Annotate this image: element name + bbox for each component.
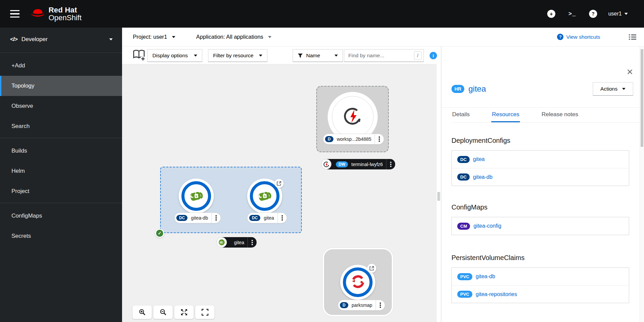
list-item[interactable]: DC gitea-db (452, 168, 629, 186)
gitea-db-node[interactable] (179, 179, 214, 214)
perspective-switcher[interactable]: </> Developer (0, 28, 122, 51)
gitea-node-label[interactable]: DC gitea (247, 213, 287, 223)
sidebar-item-configmaps[interactable]: ConfigMaps (0, 206, 122, 226)
sidebar-item-topology[interactable]: Topology (0, 76, 122, 96)
find-by-name-field: / (344, 49, 424, 62)
zoom-in-icon (139, 309, 146, 316)
kebab-menu-icon[interactable] (376, 300, 385, 310)
reset-view-button[interactable] (195, 305, 214, 319)
kebab-menu-icon[interactable] (386, 159, 395, 169)
resource-link[interactable]: gitea-db (473, 174, 493, 180)
help-icon[interactable]: ? (587, 8, 599, 20)
info-icon[interactable]: i (430, 52, 437, 59)
configmap-badge: CM (457, 223, 470, 230)
list-item[interactable]: DC gitea (452, 151, 629, 168)
find-by-name-input[interactable] (348, 53, 414, 59)
resource-link[interactable]: gitea (473, 156, 485, 162)
deploymentconfig-badge: DC (457, 173, 470, 181)
application-dropdown[interactable]: Application: All applications (196, 34, 271, 40)
zoom-out-button[interactable] (153, 305, 173, 319)
devworkspace-badge: DW (336, 161, 348, 167)
scrollbar-thumb[interactable] (641, 49, 643, 147)
kebab-menu-icon[interactable] (212, 213, 221, 223)
list-item[interactable]: PVC gitea-db (452, 268, 629, 285)
masthead: Red Hat OpenShift + >_ ? user1 (0, 0, 644, 28)
deploymentconfigs-list: DC gitea DC gitea-db (451, 150, 629, 186)
terminal-label[interactable]: DW terminal-lwyfz6 (323, 159, 395, 169)
list-item[interactable]: PVC gitea-repositories (452, 285, 629, 303)
section-heading-persistentvolumeclaims: PersistentVolumeClaims (451, 254, 629, 262)
actions-dropdown[interactable]: Actions (593, 82, 633, 96)
list-item[interactable]: CM gitea-config (452, 217, 629, 235)
project-dropdown[interactable]: Project: user1 (133, 34, 175, 40)
pvc-badge: PVC (457, 273, 472, 280)
sidebar-item-add[interactable]: +Add (0, 56, 122, 76)
chevron-down-icon (622, 88, 625, 90)
close-icon[interactable]: ✕ (626, 68, 633, 76)
panel-title[interactable]: gitea (468, 84, 486, 94)
nav-toggle-hamburger-icon[interactable] (5, 4, 25, 24)
deployment-badge: D (340, 302, 348, 308)
tab-release-notes[interactable]: Release notes (541, 108, 579, 122)
name-filter-dropdown[interactable]: Name (293, 49, 343, 62)
parksmap-node-label[interactable]: D parksmap (338, 300, 385, 310)
kebab-menu-icon[interactable] (375, 134, 384, 144)
masthead-toolbar: + >_ ? user1 (546, 8, 628, 20)
chevron-down-icon (194, 55, 197, 57)
user-menu[interactable]: user1 (608, 11, 628, 17)
sidebar-nav: </> Developer +Add Topology Observe Sear… (0, 28, 122, 322)
resource-link[interactable]: gitea-db (476, 273, 495, 280)
sidebar-item-search[interactable]: Search (0, 116, 122, 136)
quickstart-guide-icon[interactable] (132, 49, 146, 62)
open-url-decorator[interactable] (274, 179, 284, 188)
sidebar-item-observe[interactable]: Observe (0, 96, 122, 116)
panel-body: DeploymentConfigs DC gitea DC gitea-db C… (451, 123, 629, 322)
topology-canvas[interactable]: D worksp...2b4885 DW terminal-lwyfz6 (122, 64, 437, 322)
helm-release-label[interactable]: gitea (218, 237, 257, 248)
success-status-decorator[interactable]: ✓ (155, 229, 164, 238)
gitea-mini-icon (216, 237, 227, 248)
fit-to-screen-button[interactable] (174, 305, 194, 319)
gitea-db-node-label[interactable]: DC gitea-db (175, 213, 221, 223)
tab-resources[interactable]: Resources (491, 108, 520, 122)
sidebar-item-helm[interactable]: Helm (0, 161, 122, 181)
chevron-down-icon (259, 55, 262, 57)
canvas-controls (133, 305, 214, 319)
filter-by-resource-dropdown[interactable]: Filter by resource (208, 49, 267, 62)
view-shortcuts-link[interactable]: ? View shortcuts (557, 34, 600, 40)
open-url-decorator[interactable] (367, 264, 376, 273)
add-circle-icon[interactable]: + (546, 8, 557, 20)
kebab-menu-icon[interactable] (248, 237, 257, 248)
pvc-badge: PVC (457, 291, 472, 298)
sidebar-item-secrets[interactable]: Secrets (0, 226, 122, 246)
drag-handle[interactable] (438, 192, 440, 201)
brand-line2: OpenShift (49, 14, 82, 22)
reset-view-icon (202, 309, 208, 316)
tab-details[interactable]: Details (451, 108, 470, 122)
panel-tabs: Details Resources Release notes (451, 108, 644, 123)
divider (0, 203, 122, 203)
openshift-console: Red Hat OpenShift + >_ ? user1 </> Devel… (0, 0, 644, 322)
resource-link[interactable]: gitea-config (473, 223, 501, 229)
resource-link[interactable]: gitea-repositories (476, 291, 517, 297)
redhat-openshift-logo[interactable]: Red Hat OpenShift (30, 6, 82, 22)
list-view-icon[interactable] (629, 34, 636, 40)
context-toolbar: Project: user1 Application: All applicat… (122, 28, 644, 46)
external-link-icon (276, 181, 282, 186)
kebab-menu-icon[interactable] (278, 213, 287, 223)
filter-icon (298, 53, 303, 58)
deploymentconfig-badge: DC (249, 215, 260, 221)
web-terminal-icon[interactable]: >_ (566, 8, 578, 20)
display-options-dropdown[interactable]: Display options (147, 49, 202, 62)
panel-header: HR gitea Actions (451, 81, 633, 97)
brand-line1: Red Hat (49, 6, 82, 14)
zoom-in-button[interactable] (133, 305, 152, 319)
sidebar-item-project[interactable]: Project (0, 181, 122, 201)
workspace-node-label[interactable]: D worksp...2b4885 (323, 134, 384, 144)
sidebar-item-builds[interactable]: Builds (0, 141, 122, 161)
redhat-fedora-icon (30, 8, 45, 20)
section-heading-configmaps: ConfigMaps (451, 203, 629, 211)
topology-toolbar: Display options Filter by resource Name … (122, 46, 437, 64)
deploymentconfig-badge: DC (457, 156, 470, 163)
panel-scrollbar[interactable] (640, 46, 644, 322)
